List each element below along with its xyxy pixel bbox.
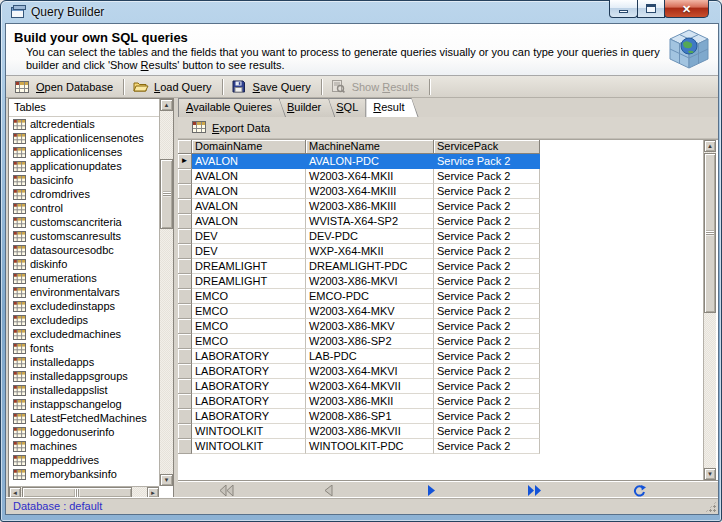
cell-domain-name[interactable]: AVALON [192, 199, 306, 214]
cell-service-pack[interactable]: Service Pack 2 [434, 349, 540, 364]
cell-machine-name[interactable]: W2003-X86-MKVI [306, 274, 434, 289]
table-list-item[interactable]: fonts [10, 341, 158, 355]
cell-machine-name[interactable]: W2003-X64-MKII [306, 169, 434, 184]
tab-builder[interactable]: Builder [279, 98, 335, 117]
cell-service-pack[interactable]: Service Pack 2 [434, 274, 540, 289]
table-row[interactable]: ► LABORATORY LAB-PDC Service Pack 2 [178, 349, 540, 364]
table-list-item[interactable]: memorybanksinfo [10, 467, 158, 481]
row-selector[interactable]: ► [178, 199, 192, 214]
row-selector[interactable]: ► [178, 439, 192, 454]
table-row[interactable]: ► EMCO EMCO-PDC Service Pack 2 [178, 289, 540, 304]
cell-service-pack[interactable]: Service Pack 2 [434, 394, 540, 409]
table-row[interactable]: ► EMCO W2003-X86-MKV Service Pack 2 [178, 319, 540, 334]
table-row[interactable]: ► WINTOOLKIT W2003-X86-MKVII Service Pac… [178, 424, 540, 439]
minimize-button[interactable] [609, 0, 638, 18]
table-list-item[interactable]: LatestFetchedMachines [10, 411, 158, 425]
cell-service-pack[interactable]: Service Pack 2 [434, 244, 540, 259]
row-selector[interactable]: ► [178, 259, 192, 274]
save-query-button[interactable]: Save Query [227, 77, 318, 97]
cell-machine-name[interactable]: W2003-X86-MKVII [306, 424, 434, 439]
first-page-button[interactable] [216, 483, 238, 498]
cell-domain-name[interactable]: EMCO [192, 334, 306, 349]
table-list-item[interactable]: installedapps [10, 355, 158, 369]
cell-service-pack[interactable]: Service Pack 2 [434, 229, 540, 244]
row-selector[interactable]: ► [178, 304, 192, 319]
cell-service-pack[interactable]: Service Pack 2 [434, 289, 540, 304]
cell-domain-name[interactable]: EMCO [192, 304, 306, 319]
table-row[interactable]: ► AVALON W2003-X64-MKIII Service Pack 2 [178, 184, 540, 199]
table-list-item[interactable]: customscanresults [10, 229, 158, 243]
table-list-item[interactable]: basicinfo [10, 173, 158, 187]
table-list-item[interactable]: excludedmachines [10, 327, 158, 341]
table-list-item[interactable]: diskinfo [10, 257, 158, 271]
table-row[interactable]: ► AVALON WVISTA-X64-SP2 Service Pack 2 [178, 214, 540, 229]
table-row[interactable]: ► DREAMLIGHT W2003-X86-MKVI Service Pack… [178, 274, 540, 289]
cell-domain-name[interactable]: WINTOOLKIT [192, 424, 306, 439]
cell-service-pack[interactable]: Service Pack 2 [434, 364, 540, 379]
previous-page-button[interactable] [318, 483, 340, 498]
cell-domain-name[interactable]: DREAMLIGHT [192, 274, 306, 289]
table-list-item[interactable]: instappschangelog [10, 397, 158, 411]
table-row[interactable]: ► LABORATORY W2008-X86-SP1 Service Pack … [178, 409, 540, 424]
table-row[interactable]: ► WINTOOLKIT WINTOOLKIT-PDC Service Pack… [178, 439, 540, 454]
tab-result[interactable]: Result [365, 98, 418, 117]
cell-domain-name[interactable]: AVALON [192, 169, 306, 184]
cell-service-pack[interactable]: Service Pack 2 [434, 169, 540, 184]
show-results-button[interactable]: Show Results [326, 77, 426, 97]
table-list-item[interactable]: environmentalvars [10, 285, 158, 299]
grid-vertical-scrollbar[interactable]: ▲ ▼ [703, 140, 716, 480]
cell-domain-name[interactable]: LABORATORY [192, 349, 306, 364]
row-selector[interactable]: ► [178, 424, 192, 439]
cell-service-pack[interactable]: Service Pack 2 [434, 184, 540, 199]
open-database-button[interactable]: Open Database [10, 77, 120, 97]
row-selector[interactable]: ► [178, 334, 192, 349]
table-list-item[interactable]: mappeddrives [10, 453, 158, 467]
export-data-button[interactable]: Export Data [186, 120, 276, 136]
cell-service-pack[interactable]: Service Pack 2 [434, 214, 540, 229]
table-list-item[interactable]: enumerations [10, 271, 158, 285]
scroll-up-icon[interactable]: ▲ [160, 99, 173, 111]
table-row[interactable]: ► AVALON W2003-X86-MKIII Service Pack 2 [178, 199, 540, 214]
scrollbar-thumb[interactable] [160, 159, 173, 229]
refresh-button[interactable] [628, 483, 650, 498]
table-list-item[interactable]: machines [10, 439, 158, 453]
cell-domain-name[interactable]: LABORATORY [192, 409, 306, 424]
row-selector[interactable]: ► [178, 229, 192, 244]
cell-domain-name[interactable]: EMCO [192, 319, 306, 334]
close-button[interactable]: ✕ [664, 0, 709, 18]
cell-machine-name[interactable]: LAB-PDC [306, 349, 434, 364]
tables-vertical-scrollbar[interactable]: ▲ ▼ [159, 99, 173, 486]
cell-domain-name[interactable]: LABORATORY [192, 364, 306, 379]
cell-machine-name[interactable]: W2003-X86-SP2 [306, 334, 434, 349]
cell-machine-name[interactable]: WVISTA-X64-SP2 [306, 214, 434, 229]
title-bar[interactable]: Query Builder ✕ [1, 1, 721, 23]
cell-domain-name[interactable]: AVALON [192, 184, 306, 199]
cell-domain-name[interactable]: LABORATORY [192, 379, 306, 394]
cell-machine-name[interactable]: W2003-X86-MKIII [306, 199, 434, 214]
table-list-item[interactable]: loggedonuserinfo [10, 425, 158, 439]
table-list-item[interactable]: excludedinstapps [10, 299, 158, 313]
table-list-item[interactable]: applicationlicenses [10, 145, 158, 159]
cell-service-pack[interactable]: Service Pack 2 [434, 154, 540, 169]
table-list-item[interactable]: applicationupdates [10, 159, 158, 173]
cell-machine-name[interactable]: EMCO-PDC [306, 289, 434, 304]
cell-service-pack[interactable]: Service Pack 2 [434, 334, 540, 349]
row-selector[interactable]: ► [178, 274, 192, 289]
column-header-machinename[interactable]: MachineName [306, 140, 434, 154]
scroll-down-icon[interactable]: ▼ [704, 468, 716, 480]
table-row[interactable]: ► LABORATORY W2003-X64-MKVI Service Pack… [178, 364, 540, 379]
table-row[interactable]: ► DREAMLIGHT DREAMLIGHT-PDC Service Pack… [178, 259, 540, 274]
resize-grip[interactable] [705, 501, 717, 513]
load-query-button[interactable]: Load Query [128, 77, 219, 97]
column-header-domainname[interactable]: DomainName [192, 140, 306, 154]
cell-service-pack[interactable]: Service Pack 2 [434, 259, 540, 274]
cell-domain-name[interactable]: EMCO [192, 289, 306, 304]
cell-domain-name[interactable]: AVALON [192, 154, 306, 169]
cell-machine-name[interactable]: DREAMLIGHT-PDC [306, 259, 434, 274]
table-row[interactable]: ► DEV DEV-PDC Service Pack 2 [178, 229, 540, 244]
table-list-item[interactable]: installedappslist [10, 383, 158, 397]
row-selector[interactable]: ► [178, 244, 192, 259]
row-selector[interactable]: ► [178, 169, 192, 184]
cell-machine-name[interactable]: DEV-PDC [306, 229, 434, 244]
table-list-item[interactable]: datasourcesodbc [10, 243, 158, 257]
